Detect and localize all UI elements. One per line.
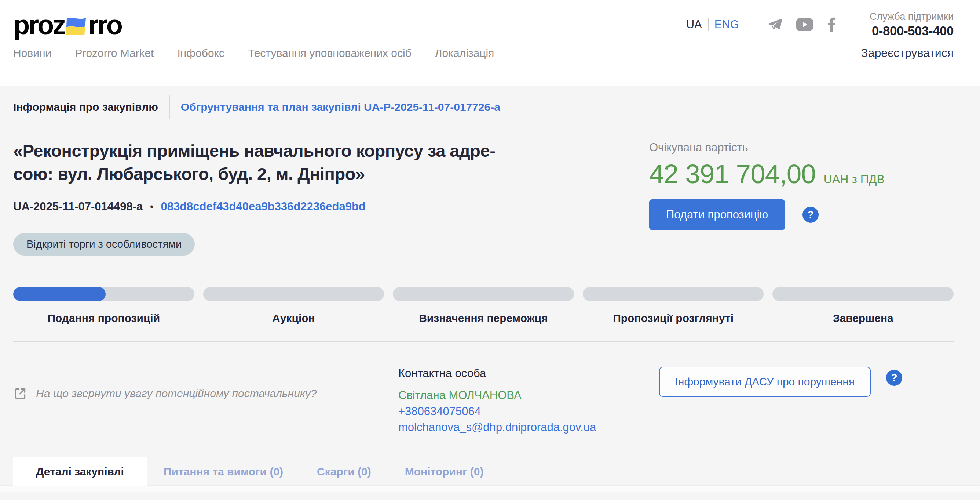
support-label: Служба підтримки bbox=[870, 11, 954, 22]
contact-email-link[interactable]: molchanova_s@dhp.dniprorada.gov.ua bbox=[398, 421, 596, 434]
prozorro-logo[interactable]: proz rro bbox=[13, 9, 121, 40]
contact-section: На що звернути увагу потенційному постач… bbox=[13, 367, 954, 434]
expected-value-amount: 42 391 704,00 bbox=[649, 158, 816, 189]
stage-label: Завершена bbox=[772, 312, 954, 324]
stage-label: Визначення переможця bbox=[393, 312, 574, 324]
lang-eng[interactable]: ENG bbox=[714, 18, 739, 31]
contact-phone-link[interactable]: +380634075064 bbox=[398, 405, 596, 418]
ukraine-flag-icon bbox=[66, 16, 87, 36]
register-link[interactable]: Зареєструватися bbox=[861, 46, 954, 60]
stage-label: Подання пропозицій bbox=[13, 312, 194, 324]
stage-bar bbox=[203, 287, 384, 301]
nav-item-news[interactable]: Новини bbox=[13, 47, 51, 59]
contact-person-name: Світлана МОЛЧАНОВА bbox=[398, 389, 596, 402]
contact-person-label: Контактна особа bbox=[398, 367, 596, 380]
tender-id-row: UA-2025-11-07-014498-a • 083d8cdef43d40e… bbox=[13, 200, 637, 213]
breadcrumb: Інформація про закупівлю Обгрунтування т… bbox=[13, 94, 954, 120]
expected-value-panel: Очікувана вартість 42 391 704,00 UAH з П… bbox=[649, 139, 954, 256]
support-contact: Служба підтримки 0-800-503-400 bbox=[870, 11, 954, 38]
lang-ua[interactable]: UA bbox=[686, 18, 702, 31]
report-dasu-button[interactable]: Інформувати ДАСУ про порушення bbox=[659, 367, 871, 397]
stage-submission: Подання пропозицій bbox=[13, 287, 194, 324]
tab-questions[interactable]: Питання та вимоги (0) bbox=[147, 457, 300, 486]
logo-text-post: rro bbox=[88, 9, 121, 40]
tender-summary: «Реконструкція приміщень навчального кор… bbox=[13, 139, 637, 256]
stage-reviewed: Пропозиції розглянуті bbox=[583, 287, 764, 324]
site-header: proz rro UA ENG bbox=[0, 0, 980, 86]
stage-bar bbox=[583, 287, 764, 301]
breadcrumb-divider bbox=[169, 95, 170, 119]
stage-label: Аукціон bbox=[203, 312, 384, 324]
content-panel-edge bbox=[0, 486, 980, 492]
header-nav-row: Новини Prozorro Market Інфобокс Тестуван… bbox=[13, 46, 954, 60]
breadcrumb-plan-link[interactable]: Обгрунтування та план закупівлі UA-P-202… bbox=[181, 101, 500, 113]
nav-item-testing[interactable]: Тестування уповноважених осіб bbox=[248, 47, 412, 59]
supplier-hint-text: На що звернути увагу потенційному постач… bbox=[36, 387, 317, 400]
main-content: Інформація про закупівлю Обгрунтування т… bbox=[0, 94, 980, 486]
title-line-1: «Реконструкція приміщень навчального кор… bbox=[13, 139, 637, 163]
tab-monitoring[interactable]: Моніторинг (0) bbox=[388, 457, 501, 486]
procedure-type-badge: Відкриті торги з особливостями bbox=[13, 233, 195, 256]
submit-row: Подати пропозицію ? bbox=[649, 199, 954, 230]
breadcrumb-info-label: Інформація про закупівлю bbox=[13, 101, 158, 113]
help-icon[interactable]: ? bbox=[802, 207, 819, 223]
contact-person-block: Контактна особа Світлана МОЛЧАНОВА +3806… bbox=[398, 367, 596, 434]
tender-hero: «Реконструкція приміщень навчального кор… bbox=[13, 139, 954, 256]
header-utilities: UA ENG Служба bbox=[686, 11, 954, 38]
stage-bar bbox=[772, 287, 954, 301]
main-nav: Новини Prozorro Market Інфобокс Тестуван… bbox=[13, 47, 494, 59]
nav-item-localization[interactable]: Локалізація bbox=[435, 47, 495, 59]
external-link-icon bbox=[13, 387, 27, 401]
support-phone: 0-800-503-400 bbox=[870, 24, 954, 38]
id-separator-dot: • bbox=[150, 201, 153, 212]
social-links bbox=[767, 17, 836, 32]
language-switcher: UA ENG bbox=[686, 18, 739, 31]
expected-value-label: Очікувана вартість bbox=[649, 141, 954, 154]
tender-id: UA-2025-11-07-014498-a bbox=[13, 200, 143, 213]
facebook-icon[interactable] bbox=[827, 17, 836, 32]
telegram-icon[interactable] bbox=[767, 17, 782, 32]
stage-winner: Визначення переможця bbox=[393, 287, 574, 324]
stage-bar bbox=[13, 287, 194, 301]
tab-details[interactable]: Деталі закупівлі bbox=[13, 457, 147, 486]
logo-text-pre: proz bbox=[13, 9, 65, 40]
header-top-row: proz rro UA ENG bbox=[13, 0, 954, 46]
supplier-hint-link[interactable]: На що звернути увагу потенційному постач… bbox=[13, 367, 398, 401]
stage-label: Пропозиції розглянуті bbox=[583, 312, 764, 324]
detail-tabs: Деталі закупівлі Питання та вимоги (0) С… bbox=[13, 457, 954, 486]
stage-auction: Аукціон bbox=[203, 287, 384, 324]
tender-hash-link[interactable]: 083d8cdef43d40ea9b336d2236eda9bd bbox=[161, 200, 365, 213]
page-title: «Реконструкція приміщень навчального кор… bbox=[13, 139, 637, 185]
submit-proposal-button[interactable]: Подати пропозицію bbox=[649, 199, 785, 230]
tender-stage-progress: Подання пропозицій Аукціон Визначення пе… bbox=[13, 287, 954, 324]
stage-completed: Завершена bbox=[772, 287, 954, 324]
lang-divider bbox=[708, 18, 709, 31]
expected-value-currency: UAH з ПДВ bbox=[824, 173, 885, 186]
youtube-icon[interactable] bbox=[796, 18, 813, 31]
stage-bar bbox=[393, 287, 574, 301]
expected-value-row: 42 391 704,00 UAH з ПДВ bbox=[649, 158, 954, 189]
prozorro-tender-page: proz rro UA ENG bbox=[0, 0, 980, 500]
tab-complaints[interactable]: Скарги (0) bbox=[300, 457, 388, 486]
stage-bar-fill bbox=[13, 287, 106, 301]
dasu-report-area: Інформувати ДАСУ про порушення ? bbox=[659, 367, 902, 397]
nav-item-infobox[interactable]: Інфобокс bbox=[177, 47, 224, 59]
section-divider bbox=[13, 341, 954, 342]
nav-item-prozorro-market[interactable]: Prozorro Market bbox=[75, 47, 154, 59]
title-line-2: сою: вул. Любарського, буд. 2, м. Дніпро… bbox=[13, 163, 637, 186]
help-icon[interactable]: ? bbox=[886, 370, 902, 386]
